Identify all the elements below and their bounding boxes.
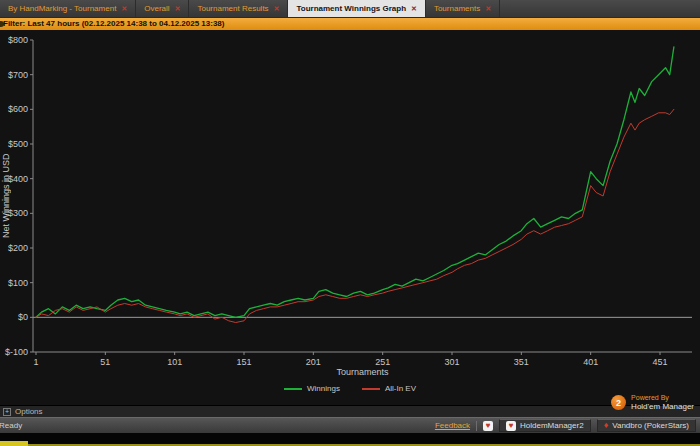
svg-text:351: 351 — [514, 357, 529, 367]
tab-label: Tournament Winnings Graph — [296, 4, 406, 13]
winnings-chart: $800$700$600$500$400$300$200$100$0$-1001… — [0, 30, 700, 405]
expand-options-icon[interactable]: + — [3, 408, 11, 416]
svg-text:301: 301 — [444, 357, 459, 367]
database-site-button[interactable]: ♦ Vandbro (PokerStars) — [597, 419, 696, 432]
winnings-line-swatch — [284, 388, 302, 390]
options-row: + Options — [0, 405, 700, 417]
hm2-logo-icon: 2 — [611, 395, 626, 410]
feedback-link[interactable]: Feedback — [435, 421, 470, 430]
hm2-app-label: HoldemManager2 — [520, 421, 584, 430]
tab-label: Tournaments — [434, 4, 480, 13]
powered-by-line2: Hold'em Manager — [631, 402, 694, 411]
tab-close-icon[interactable]: ✕ — [121, 5, 127, 12]
filter-bar[interactable]: Filter: Last 47 hours (02.12.2025 14:38 … — [0, 18, 700, 30]
svg-text:51: 51 — [100, 357, 110, 367]
status-ready-text: Ready — [0, 421, 22, 430]
holdem-manager-button[interactable]: ♥ HoldemManager2 — [499, 419, 591, 432]
powered-by-badge: 2 Powered By Hold'em Manager — [611, 394, 694, 411]
tab-close-icon[interactable]: ✕ — [274, 5, 280, 12]
legend-item-allin-ev: All-In EV — [362, 384, 416, 393]
tab-3[interactable]: Tournament Winnings Graph ✕ — [288, 0, 425, 17]
allin-ev-line-swatch — [362, 388, 380, 390]
legend-label: All-In EV — [385, 384, 416, 393]
tab-bar: By HandMarking - Tournament ✕ Overall ✕ … — [0, 0, 700, 18]
tab-close-icon[interactable]: ✕ — [411, 5, 417, 12]
filter-text: Filter: Last 47 hours (02.12.2025 14:38 … — [3, 18, 224, 30]
y-axis-label: Net Winnings in USD — [1, 40, 11, 352]
x-axis-label: Tournaments — [33, 367, 692, 377]
diamond-icon: ♦ — [604, 421, 609, 430]
svg-text:151: 151 — [236, 357, 251, 367]
svg-text:$0: $0 — [18, 312, 28, 322]
svg-text:401: 401 — [583, 357, 598, 367]
taskbar-corner-accent — [0, 441, 28, 446]
chart-legend: Winnings All-In EV — [0, 384, 700, 393]
chart-svg: $800$700$600$500$400$300$200$100$0$-1001… — [0, 30, 700, 405]
app-window: By HandMarking - Tournament ✕ Overall ✕ … — [0, 0, 700, 446]
legend-item-winnings: Winnings — [284, 384, 340, 393]
powered-by-line1: Powered By — [631, 394, 694, 402]
svg-text:201: 201 — [306, 357, 321, 367]
svg-text:1: 1 — [33, 357, 38, 367]
tab-2[interactable]: Tournament Results ✕ — [189, 0, 288, 17]
svg-text:101: 101 — [167, 357, 182, 367]
hm2-app-icon: ♥ — [506, 421, 516, 431]
status-bar: Ready Feedback ♥ ♥ HoldemManager2 ♦ Vand… — [0, 417, 700, 433]
bottom-strip — [0, 433, 700, 446]
options-button[interactable]: Options — [15, 407, 43, 416]
tab-label: Overall — [144, 4, 169, 13]
tab-label: By HandMarking - Tournament — [8, 4, 116, 13]
tab-close-icon[interactable]: ✕ — [175, 5, 181, 12]
tab-close-icon[interactable]: ✕ — [485, 5, 491, 12]
tab-1[interactable]: Overall ✕ — [136, 0, 189, 17]
svg-text:251: 251 — [375, 357, 390, 367]
tab-0[interactable]: By HandMarking - Tournament ✕ — [0, 0, 136, 17]
tab-label: Tournament Results — [197, 4, 268, 13]
site-label: Vandbro (PokerStars) — [612, 421, 689, 430]
tab-4[interactable]: Tournaments ✕ — [426, 0, 500, 17]
status-separator — [476, 421, 477, 431]
card-suit-icon: ♥ — [483, 421, 493, 431]
legend-label: Winnings — [307, 384, 340, 393]
svg-text:451: 451 — [652, 357, 667, 367]
